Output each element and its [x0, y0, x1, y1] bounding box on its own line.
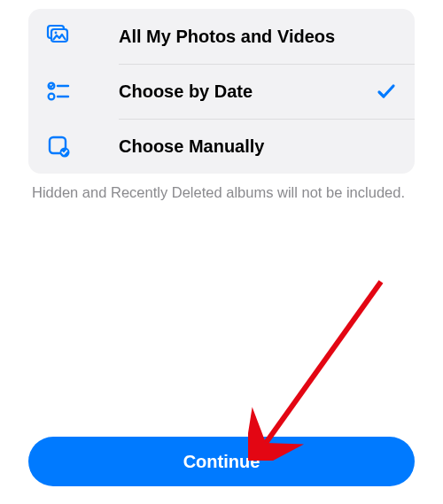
svg-line-9	[266, 282, 381, 443]
options-list: All My Photos and Videos Choose by Date	[28, 9, 415, 174]
manual-select-icon	[44, 133, 73, 159]
continue-button[interactable]: Continue	[28, 437, 415, 486]
option-choose-by-date[interactable]: Choose by Date	[28, 64, 415, 119]
continue-label: Continue	[183, 452, 260, 472]
footer-note: Hidden and Recently Deleted albums will …	[32, 182, 411, 202]
svg-point-2	[55, 32, 58, 35]
option-label: All My Photos and Videos	[119, 27, 374, 47]
checklist-icon	[44, 78, 73, 105]
svg-point-5	[49, 94, 55, 100]
option-label: Choose Manually	[119, 136, 374, 157]
option-all-photos[interactable]: All My Photos and Videos	[28, 9, 415, 64]
option-label: Choose by Date	[119, 81, 374, 102]
photos-icon	[44, 23, 73, 50]
option-choose-manually[interactable]: Choose Manually	[28, 119, 415, 174]
checkmark-icon	[374, 81, 399, 102]
annotation-arrow-icon	[248, 275, 390, 461]
